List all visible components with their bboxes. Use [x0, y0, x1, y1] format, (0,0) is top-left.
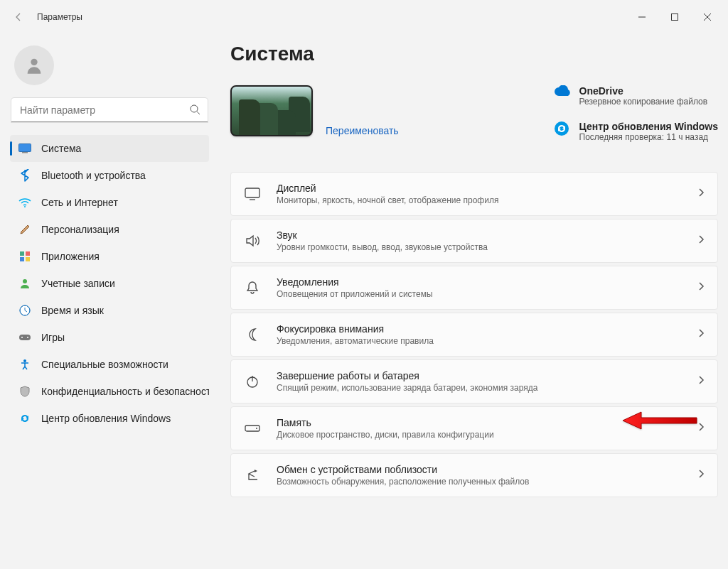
svg-rect-15 [19, 335, 31, 340]
search-input[interactable] [11, 98, 208, 122]
nav-label: Приложения [41, 251, 100, 262]
settings-tiles: ДисплейМониторы, яркость, ночной свет, о… [230, 172, 718, 497]
tile-power[interactable]: Завершение работы и батареяСпящий режим,… [230, 359, 718, 403]
maximize-button[interactable] [658, 6, 691, 28]
person-icon [18, 277, 31, 290]
gamepad-icon [18, 331, 31, 344]
onedrive-status[interactable]: OneDriveРезервное копирование файлов [554, 85, 719, 107]
onedrive-title: OneDrive [579, 85, 708, 97]
nav-label: Время и язык [41, 305, 104, 316]
svg-rect-5 [19, 144, 31, 152]
wifi-icon [18, 196, 31, 209]
user-account[interactable] [10, 43, 209, 98]
svg-rect-1 [672, 14, 678, 21]
tile-moon[interactable]: Фокусировка вниманияУведомления, автомат… [230, 313, 718, 357]
bell-icon [244, 279, 261, 296]
nav-list: Система Bluetooth и устройства Сеть и Ин… [10, 135, 209, 432]
update-sub: Последняя проверка: 11 ч назад [579, 132, 719, 142]
cloud-icon [554, 85, 571, 102]
tile-title: Дисплей [277, 183, 498, 194]
svg-point-3 [191, 105, 198, 112]
storage-icon [244, 420, 261, 437]
svg-point-19 [555, 121, 569, 136]
svg-point-2 [31, 59, 37, 65]
svg-rect-6 [22, 152, 28, 153]
back-button[interactable] [4, 3, 33, 31]
nav-item-privacy[interactable]: Конфиденциальность и безопасность [10, 378, 209, 405]
nav-item-time-language[interactable]: Время и язык [10, 297, 209, 324]
nav-label: Центр обновления Windows [41, 413, 171, 424]
search-icon [189, 104, 200, 118]
nav-item-bluetooth[interactable]: Bluetooth и устройства [10, 162, 209, 189]
apps-icon [18, 250, 31, 263]
close-button[interactable] [691, 6, 724, 28]
nav-label: Сеть и Интернет [41, 197, 118, 208]
update-icon [554, 121, 571, 138]
update-title: Центр обновления Windows [579, 121, 719, 132]
tile-title: Звук [277, 229, 488, 241]
tile-subtitle: Возможность обнаружения, расположение по… [277, 477, 529, 487]
nav-label: Специальные возможности [41, 359, 168, 370]
svg-rect-11 [26, 257, 30, 261]
tile-subtitle: Уведомления, автоматические правила [277, 336, 434, 346]
nav-item-gaming[interactable]: Игры [10, 324, 209, 351]
nav-item-apps[interactable]: Приложения [10, 243, 209, 270]
tile-subtitle: Оповещения от приложений и системы [277, 289, 433, 299]
tile-title: Завершение работы и батарея [277, 370, 537, 381]
pc-info: Переименовать [326, 85, 399, 136]
titlebar: Параметры [0, 0, 728, 34]
avatar [14, 45, 54, 85]
tile-title: Обмен с устройствами поблизости [277, 464, 529, 475]
tile-bell[interactable]: УведомленияОповещения от приложений и си… [230, 266, 718, 310]
nav-label: Игры [41, 332, 65, 343]
accessibility-icon [18, 358, 31, 371]
chevron-right-icon [697, 188, 705, 200]
bluetooth-icon [18, 169, 31, 182]
nav-item-network[interactable]: Сеть и Интернет [10, 189, 209, 216]
nav-item-windows-update[interactable]: Центр обновления Windows [10, 405, 209, 432]
system-icon [18, 142, 31, 155]
tile-subtitle: Спящий режим, использование заряда батар… [277, 383, 537, 393]
chevron-right-icon [697, 375, 705, 388]
nav-item-personalization[interactable]: Персонализация [10, 216, 209, 243]
brush-icon [18, 223, 31, 236]
nav-item-system[interactable]: Система [10, 135, 209, 162]
chevron-right-icon [697, 281, 705, 294]
clock-icon [18, 304, 31, 317]
svg-point-17 [27, 337, 28, 338]
svg-rect-8 [20, 251, 24, 256]
page-title: Система [230, 43, 718, 65]
share-icon [244, 467, 261, 484]
chevron-right-icon [697, 234, 705, 247]
chevron-right-icon [697, 328, 705, 341]
nav-label: Конфиденциальность и безопасность [41, 386, 209, 397]
nav-label: Персонализация [41, 224, 119, 235]
desktop-thumbnail[interactable] [230, 85, 313, 136]
svg-point-16 [21, 337, 23, 338]
tile-subtitle: Уровни громкости, вывод, ввод, звуковые … [277, 242, 488, 252]
sidebar: Система Bluetooth и устройства Сеть и Ин… [10, 43, 209, 432]
tile-subtitle: Дисковое пространство, диски, правила ко… [277, 430, 494, 440]
onedrive-sub: Резервное копирование файлов [579, 97, 708, 107]
svg-point-25 [256, 428, 257, 429]
nav-item-accounts[interactable]: Учетные записи [10, 270, 209, 297]
rename-link[interactable]: Переименовать [326, 125, 399, 136]
sync-icon [18, 412, 31, 425]
tile-storage[interactable]: ПамятьДисковое пространство, диски, прав… [230, 406, 718, 450]
windows-update-status[interactable]: Центр обновления WindowsПоследняя провер… [554, 121, 719, 142]
svg-rect-20 [245, 188, 259, 197]
nav-item-accessibility[interactable]: Специальные возможности [10, 351, 209, 378]
sound-icon [244, 232, 261, 249]
main-content: Система Переименовать OneDriveРезервное … [230, 43, 718, 569]
tile-subtitle: Мониторы, яркость, ночной свет, отображе… [277, 195, 498, 205]
search-box[interactable] [11, 98, 208, 122]
svg-point-12 [23, 279, 27, 283]
tile-sound[interactable]: ЗвукУровни громкости, вывод, ввод, звуко… [230, 219, 718, 263]
tile-share[interactable]: Обмен с устройствами поблизостиВозможнос… [230, 453, 718, 497]
tile-display[interactable]: ДисплейМониторы, яркость, ночной свет, о… [230, 172, 718, 216]
tile-title: Фокусировка внимания [277, 323, 434, 335]
nav-label: Bluetooth и устройства [41, 170, 146, 181]
moon-icon [244, 326, 261, 343]
nav-label: Учетные записи [41, 278, 115, 289]
minimize-button[interactable] [626, 6, 658, 28]
